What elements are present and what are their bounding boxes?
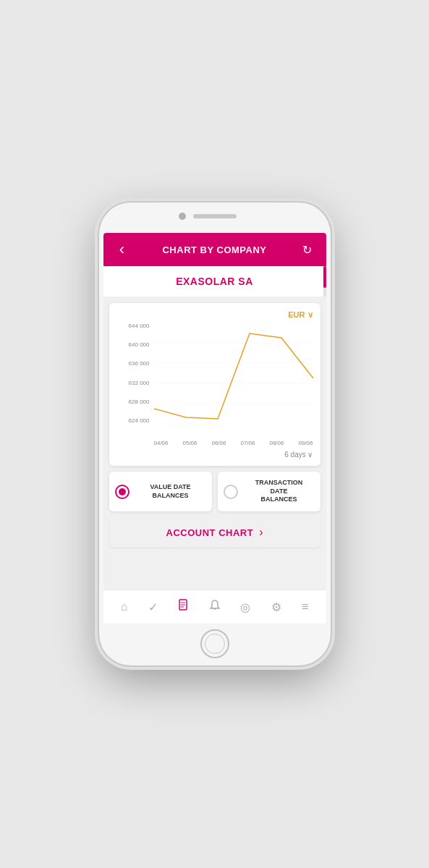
account-chart-button[interactable]: ACCOUNT CHART › (109, 517, 320, 548)
company-card: EXASOLAR SA (103, 266, 326, 297)
phone-speaker (193, 214, 237, 218)
account-chart-arrow-icon: › (259, 526, 263, 539)
header-title: CHART BY COMPANY (162, 244, 266, 255)
currency-selector[interactable]: EUR ∨ (116, 310, 313, 320)
y-label-0: 644 000 (116, 323, 153, 329)
y-label-3: 632 000 (116, 380, 153, 386)
nav-document-icon[interactable] (175, 596, 192, 618)
bottom-nav: ⌂ ✓ ◎ ⚙ ≡ (103, 590, 326, 624)
chart-wrapper: 644 000 640 000 636 000 632 000 628 000 … (116, 323, 313, 438)
y-label-1: 640 000 (116, 341, 153, 348)
days-selector[interactable]: 6 days ∨ (116, 451, 313, 459)
phone-camera (179, 213, 186, 220)
nav-bell-icon[interactable] (207, 597, 223, 617)
nav-settings-icon[interactable]: ⚙ (268, 597, 284, 617)
company-name: EXASOLAR SA (176, 276, 253, 287)
y-label-5: 624 000 (116, 417, 153, 424)
nav-menu-icon[interactable]: ≡ (299, 597, 311, 616)
value-date-label: VALUE DATEBALANCES (135, 483, 206, 500)
currency-chevron-icon: ∨ (307, 310, 313, 319)
nav-home-icon[interactable]: ⌂ (118, 597, 131, 616)
radio-unselected (224, 485, 238, 499)
nav-check-icon[interactable]: ✓ (145, 597, 161, 617)
main-content: EXASOLAR SA EUR ∨ 644 000 640 000 636 00… (103, 266, 326, 590)
refresh-button[interactable]: ↻ (299, 243, 316, 257)
x-label-3: 07/06 (240, 440, 255, 446)
phone-screen: ‹ CHART BY COMPANY ↻ EXASOLAR SA EUR ∨ (103, 233, 326, 624)
phone-frame: ‹ CHART BY COMPANY ↻ EXASOLAR SA EUR ∨ (99, 203, 331, 665)
y-label-2: 636 000 (116, 360, 153, 367)
y-label-4: 628 000 (116, 399, 153, 405)
scroll-thumb (323, 266, 326, 288)
radio-selected (115, 485, 129, 499)
transaction-date-label: TRANSACTIONDATEBALANCES (244, 479, 315, 504)
currency-label: EUR (288, 310, 305, 319)
home-button-ring (205, 634, 225, 654)
account-chart-label: ACCOUNT CHART (166, 527, 254, 538)
x-label-5: 09/06 (298, 440, 313, 446)
home-button[interactable] (200, 629, 229, 658)
back-button[interactable]: ‹ (114, 240, 131, 259)
y-axis: 644 000 640 000 636 000 632 000 628 000 … (116, 323, 153, 424)
value-date-balance-option[interactable]: VALUE DATEBALANCES (109, 472, 212, 511)
x-label-0: 04/06 (154, 440, 169, 446)
x-label-1: 05/06 (182, 440, 197, 446)
app-header: ‹ CHART BY COMPANY ↻ (103, 233, 326, 266)
scroll-indicator (323, 266, 326, 297)
transaction-date-balance-option[interactable]: TRANSACTIONDATEBALANCES (218, 472, 320, 511)
chart-svg (154, 323, 313, 424)
x-label-4: 08/06 (269, 440, 284, 446)
radio-inner-dot (119, 488, 126, 495)
x-axis: 04/06 05/06 06/06 07/06 08/06 09/06 (116, 440, 313, 446)
nav-eye-icon[interactable]: ◎ (237, 597, 253, 617)
balance-options: VALUE DATEBALANCES TRANSACTIONDATEBALANC… (109, 472, 320, 511)
x-label-2: 06/06 (211, 440, 226, 446)
chart-container: EUR ∨ 644 000 640 000 636 000 632 000 62… (109, 303, 320, 466)
